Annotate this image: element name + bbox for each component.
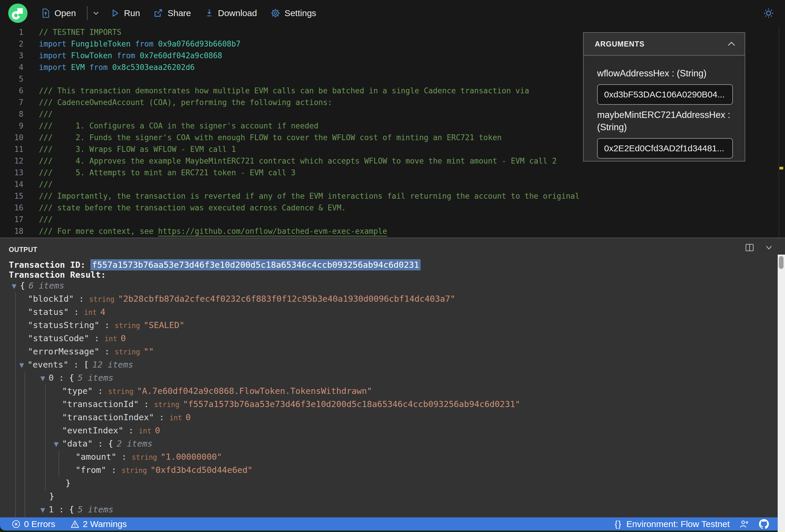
json-key: "amount" [76,452,117,462]
environment-indicator[interactable]: {} Environment: Flow Testnet [615,519,730,529]
code-link[interactable]: https://github.com/onflow/batched-evm-ex… [158,227,387,235]
json-key: "type" [62,386,93,396]
json-row: ▼"events" : [12 items [0,358,777,371]
code-segment: /// This transaction demonstrates how mu… [39,86,529,95]
share-button[interactable]: Share [153,8,191,18]
json-colon: : [74,294,89,304]
code-segment: /// [39,215,53,224]
line-number: 8 [0,108,23,120]
code-segment: // TESTNET IMPORTS [39,28,122,36]
collapse-caret-icon[interactable]: ▼ [54,438,62,451]
code-line: 13/// 5. Attempts to mint an ERC721 toke… [0,167,785,178]
open-button[interactable]: Open [41,8,76,18]
flow-logo [8,3,27,23]
json-str: "1.00000000" [161,452,222,462]
json-colon: : [89,333,104,343]
json-type: string [154,401,179,409]
code-text: /// For more context, see https://github… [23,225,387,237]
code-text: import EVM from 0x8c5303eaa26202d6 [23,61,195,73]
line-number: 2 [0,38,23,50]
code-text: /// CadenceOwnedAccount (COA), performin… [23,97,332,108]
run-button[interactable]: Run [110,8,140,18]
json-row: "eventIndex" : int0 [0,424,777,437]
json-colon: : [106,465,122,475]
code-text: /// 3. Wraps FLOW as WFLOW - EVM call 1 [23,144,236,155]
code-segment: import [39,63,71,72]
download-label: Download [218,8,257,18]
chevron-up-icon[interactable] [727,41,736,47]
code-line: 17/// [0,213,785,225]
file-open-icon [41,8,50,18]
code-text: /// 1. Configures a COA in the signer's … [23,120,319,132]
json-colon: : [99,320,115,330]
transaction-id-row: Transaction ID: f557a1573b76aa53e73d46f3… [9,260,421,270]
line-number: 14 [0,178,23,190]
json-row: ▼{6 items [0,279,777,292]
line-number: 11 [0,144,23,155]
errors-indicator[interactable]: 0 Errors [12,519,55,529]
line-number: 16 [0,202,23,213]
json-colon: : [93,439,108,449]
json-colon: : [99,347,115,356]
chevron-down-icon [92,9,100,18]
share-label: Share [168,8,191,18]
output-scrollbar-thumb[interactable] [779,256,784,269]
transaction-id-label: Transaction ID: [9,260,91,270]
json-brace: { [69,373,74,383]
code-segment: /// 3. Wraps FLOW as WFLOW - EVM call 1 [39,145,236,154]
json-meta: 5 items [78,505,113,514]
maybemint-address-input[interactable]: 0x2E2Ed0Cfd3AD2f1d34481... [597,138,733,159]
code-segment: /// 5. Attempts to mint an ERC721 token … [39,168,296,177]
json-colon: : [54,373,69,383]
json-row: "status" : int4 [0,305,777,319]
json-row: ▼"data" : {2 items [0,437,777,450]
code-line: 18/// For more context, see https://gith… [0,225,785,237]
code-text: /// This transaction demonstrates how mu… [23,85,529,97]
json-row: "from" : string"0xfd3b4cd50d44e6ed" [0,463,777,477]
json-row: "transactionId" : string"f557a1573b76aa5… [0,398,777,411]
json-type: int [170,414,182,422]
json-type: string [108,387,133,396]
code-segment: import [39,51,71,60]
json-type: int [84,308,97,316]
open-dropdown-button[interactable] [92,9,100,18]
theme-toggle-button[interactable] [763,7,775,19]
download-icon [205,8,214,18]
code-text [23,73,39,85]
collapse-caret-icon[interactable]: ▼ [12,280,20,293]
github-icon[interactable] [759,519,769,529]
wflow-address-input[interactable]: 0xd3bF53DAC106A0290B04... [597,84,733,105]
play-icon [110,8,120,18]
collapse-caret-icon[interactable]: ▼ [41,504,49,517]
collapse-caret-icon[interactable]: ▼ [41,372,49,385]
json-type: string [89,295,115,303]
json-type: int [139,427,151,435]
json-row: "statusCode" : int0 [0,332,777,345]
code-segment: from [130,40,158,48]
json-row: "amount" : string"1.00000000" [0,450,777,463]
feedback-icon[interactable] [740,520,749,529]
collapse-caret-icon[interactable]: ▼ [19,359,27,372]
json-key: "transactionIndex" [62,412,154,422]
arguments-title: ARGUMENTS [595,40,644,48]
open-label: Open [54,8,76,18]
chevron-down-icon[interactable] [764,244,773,252]
app-window: Open Run Share [0,0,785,531]
toolbar: Open Run Share [0,0,785,26]
json-brace: { [108,439,113,449]
json-brace: [ [84,360,89,370]
warnings-indicator[interactable]: 2 Warnings [71,519,127,529]
json-brace: } [49,491,54,501]
editor-overview-ruler [779,26,779,237]
code-segment: /// [39,110,53,119]
json-colon: : [93,386,108,396]
json-row: } [0,477,777,490]
split-editor-icon[interactable] [745,244,754,252]
json-type: string [132,453,157,461]
download-button[interactable]: Download [205,8,257,18]
settings-button[interactable]: Settings [271,8,316,18]
warning-icon [71,520,79,529]
code-segment: 0x7e60df042a9c0868 [140,51,222,60]
code-segment: /// 1. Configures a COA in the signer's … [39,122,319,130]
line-number: 5 [0,73,23,85]
